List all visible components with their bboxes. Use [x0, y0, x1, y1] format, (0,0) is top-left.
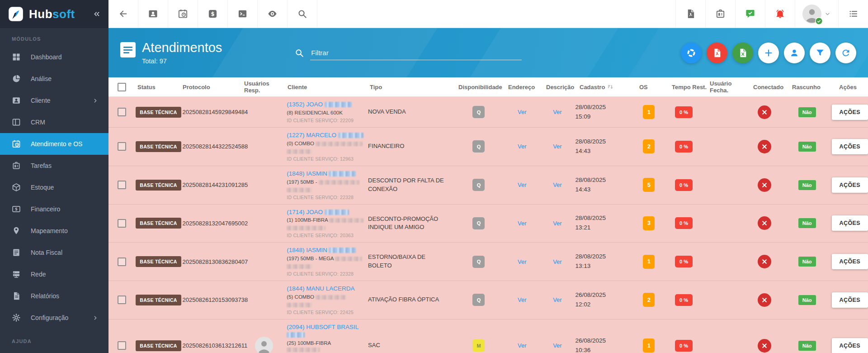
row-checkbox[interactable]	[118, 296, 126, 304]
os-count-badge[interactable]: 2	[643, 293, 655, 307]
atendimentos-icon	[120, 42, 136, 57]
row-checkbox[interactable]	[118, 181, 126, 189]
row-checkbox[interactable]	[118, 341, 126, 350]
sidebar-item-estoque[interactable]: Estoque	[0, 176, 108, 198]
protocol-number: 20250828130836280407	[183, 258, 248, 265]
row-checkbox[interactable]	[118, 219, 126, 228]
collapse-sidebar-icon[interactable]	[92, 10, 101, 19]
address-link[interactable]: Ver	[518, 143, 527, 150]
brand-name: Hubsoft	[29, 7, 75, 21]
row-checkbox[interactable]	[118, 142, 126, 151]
add-atendimento-button[interactable]	[758, 43, 779, 63]
topbar-monitoring-button[interactable]	[258, 0, 288, 28]
os-count-badge[interactable]: 5	[643, 178, 655, 192]
table-row: BASE TÉCNICA20250828130836280407(1848) I…	[108, 243, 868, 281]
description-link[interactable]: Ver	[553, 296, 562, 303]
address-link[interactable]: Ver	[518, 181, 527, 188]
topbar-notifications-button[interactable]	[765, 0, 795, 28]
reload-button[interactable]	[835, 43, 856, 63]
actions-button[interactable]: AÇÕES	[832, 177, 868, 193]
sidebar-item-dashboard[interactable]: Dashboard	[0, 46, 108, 68]
sidebar-item-mapeamento[interactable]: Mapeamento	[0, 220, 108, 242]
assign-user-button[interactable]	[784, 43, 805, 63]
topbar-terminal-button[interactable]	[228, 0, 258, 28]
column-label: Status	[137, 84, 156, 91]
export-excel-button[interactable]	[732, 43, 753, 63]
os-count-badge[interactable]: 1	[643, 255, 655, 269]
topbar-billing-button[interactable]: $	[198, 0, 228, 28]
created-datetime: 26/08/202510:36	[575, 336, 606, 353]
column-label: Cliente	[288, 84, 307, 91]
os-count-badge[interactable]: 2	[643, 139, 655, 153]
client-link[interactable]: (1714) JOAO	[287, 209, 365, 216]
description-link[interactable]: Ver	[553, 220, 562, 227]
bell-icon	[775, 9, 785, 19]
summary-button[interactable]	[681, 43, 702, 63]
sidebar-item-nota-fiscal[interactable]: Nota Fiscal	[0, 242, 108, 263]
topbar-messages-button[interactable]	[735, 0, 765, 28]
client-link[interactable]: (1844) MANU LACERDA	[287, 285, 365, 293]
actions-button[interactable]: AÇÕES	[832, 215, 868, 231]
sidebar-item-cliente[interactable]: Cliente	[0, 90, 108, 111]
actions-button[interactable]: AÇÕES	[832, 338, 868, 353]
client-link[interactable]: (1227) MARCELO	[287, 132, 365, 139]
client-plan: (8) RESIDENCIAL 600K	[287, 110, 365, 116]
address-link[interactable]: Ver	[518, 296, 527, 303]
disconnected-icon	[758, 255, 771, 268]
topbar-export-pdf-button[interactable]	[675, 0, 705, 28]
topbar-user-menu[interactable]	[795, 0, 838, 28]
client-link[interactable]: (1848) IASMIN	[287, 247, 365, 254]
sidebar-item-rede[interactable]: Rede	[0, 263, 108, 285]
export-pdf-button[interactable]	[707, 43, 727, 63]
redacted-text	[329, 171, 356, 176]
row-checkbox[interactable]	[118, 258, 126, 266]
status-badge: BASE TÉCNICA	[136, 295, 181, 305]
filter-input[interactable]	[310, 46, 522, 60]
sidebar-item-financeiro[interactable]: $Financeiro	[0, 198, 108, 220]
sidebar-item-analise[interactable]: Análise	[0, 68, 108, 90]
address-link[interactable]: Ver	[518, 258, 527, 265]
address-link[interactable]: Ver	[518, 342, 527, 349]
topbar-back-button[interactable]	[108, 0, 138, 28]
os-count-badge[interactable]: 1	[643, 339, 655, 353]
client-link[interactable]: (1848) IASMIN	[287, 170, 365, 178]
select-all-checkbox[interactable]	[118, 83, 126, 91]
page-title-block: Atendimentos Total: 97	[120, 41, 222, 65]
sidebar-item-crm[interactable]: CRM	[0, 111, 108, 133]
topbar-menu-button[interactable]	[838, 0, 868, 28]
redacted-text	[338, 133, 363, 138]
actions-button[interactable]: AÇÕES	[832, 139, 868, 154]
topbar-schedule-button[interactable]	[168, 0, 198, 28]
topbar-search-button[interactable]	[288, 0, 317, 28]
description-link[interactable]: Ver	[553, 342, 562, 349]
filter-button[interactable]	[810, 43, 830, 63]
description-link[interactable]: Ver	[553, 143, 562, 150]
description-link[interactable]: Ver	[553, 181, 562, 188]
address-link[interactable]: Ver	[518, 109, 527, 115]
sidebar-item-configuracao[interactable]: Configuração	[0, 307, 108, 329]
client-service-id: ID CLIENTE SERVIÇO: 22425	[287, 310, 365, 315]
column-label: Tipo	[370, 84, 382, 91]
os-count-badge[interactable]: 3	[643, 216, 655, 230]
client-link[interactable]	[287, 331, 365, 339]
sidebar-item-atendimento-e-os[interactable]: Atendimento e OS	[0, 133, 108, 155]
topbar-pos-button[interactable]	[705, 0, 735, 28]
sidebar-item-tarefas[interactable]: Tarefas	[0, 155, 108, 176]
client-link[interactable]: (2094) HUBSOFT BRASIL	[287, 324, 365, 331]
topbar-clients-button[interactable]	[138, 0, 168, 28]
sort-icon[interactable]	[607, 84, 614, 91]
actions-button[interactable]: AÇÕES	[832, 254, 868, 269]
os-count-badge[interactable]: 1	[643, 105, 655, 119]
column-label: Protocolo	[183, 84, 210, 91]
description-link[interactable]: Ver	[553, 109, 562, 115]
description-link[interactable]: Ver	[553, 258, 562, 265]
redacted-text	[316, 295, 346, 300]
actions-button[interactable]: AÇÕES	[832, 292, 868, 308]
client-link[interactable]: (1352) JOAO	[287, 101, 365, 109]
file-report-icon	[12, 291, 21, 301]
sidebar-item-relatorios[interactable]: Relatórios	[0, 285, 108, 307]
address-link[interactable]: Ver	[518, 220, 527, 227]
row-checkbox[interactable]	[118, 108, 126, 116]
actions-button[interactable]: AÇÕES	[832, 105, 868, 120]
column-header-created[interactable]: Cadastro	[577, 84, 637, 91]
